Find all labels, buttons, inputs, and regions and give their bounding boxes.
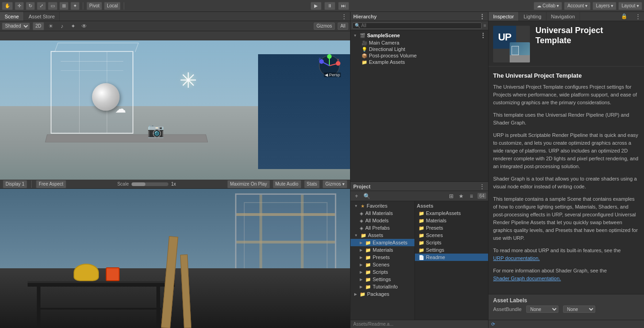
hierarchy-menu[interactable]: ⋮ [479, 13, 485, 20]
assets-presets[interactable]: ▶ 📁 Presets [351, 254, 414, 261]
right-ex-icon: 📁 [419, 211, 424, 216]
rect-tool[interactable]: ▭ [48, 2, 58, 10]
scale-slider[interactable] [132, 182, 168, 186]
right-readme-icon: 📄 [419, 255, 424, 260]
mat-arrow: ▶ [360, 248, 362, 252]
right-scenes[interactable]: 📁 Scenes [415, 232, 488, 239]
right-materials[interactable]: 📁 Materials [415, 217, 488, 224]
hierarchy-item-camera[interactable]: 🎥 Main Camera [351, 40, 488, 46]
custom-tool[interactable]: ✦ [70, 2, 80, 10]
section-title: The Universal Project Template [493, 71, 639, 80]
all-btn[interactable]: All [338, 23, 348, 30]
assets-scenes[interactable]: ▶ 📁 Scenes [351, 261, 414, 268]
project-filter-btn[interactable]: ★ [457, 192, 466, 200]
account-btn[interactable]: Account ▾ [564, 2, 591, 10]
project-size-indicator: 64 [477, 193, 486, 199]
game-viewport[interactable] [0, 189, 350, 328]
mute-btn[interactable]: Mute Audio [273, 180, 301, 188]
step-button[interactable]: ⏭ [338, 2, 349, 10]
inspector-lock-btn[interactable]: 🔒 [618, 12, 630, 21]
assets-header[interactable]: ▼ 📁 Assets [351, 232, 414, 239]
assets-tutorialinfo[interactable]: ▶ 📁 TutorialInfo [351, 283, 414, 290]
hand-tool[interactable]: ✋ [2, 2, 13, 10]
shading-dropdown[interactable]: Shaded [2, 23, 30, 30]
inspector-tab[interactable]: Inspector [489, 12, 519, 21]
right-presets-label: Presets [426, 225, 443, 231]
lighting-tab[interactable]: Lighting [519, 12, 546, 21]
fav-prefabs[interactable]: ◈ All Prefabs [351, 224, 414, 232]
asset-store-tab[interactable]: Asset Store [24, 12, 60, 21]
project-search-btn[interactable]: 🔍 [362, 192, 371, 200]
hierarchy-item-postprocess[interactable]: 📦 Post-process Volume [351, 52, 488, 59]
urp-doc-link[interactable]: URP documentation. [493, 255, 540, 261]
scene-tab[interactable]: Scene [0, 12, 24, 21]
ex-arrow: ▶ [360, 241, 362, 245]
scene-folder-icon: 📁 [365, 262, 371, 267]
lighting-toggle[interactable]: ☀ [47, 22, 55, 30]
scene-menu-btn[interactable]: ⋮ [341, 13, 347, 20]
fav-models-label: All Models [365, 218, 389, 223]
assets-settings[interactable]: ▶ 📁 Settings [351, 276, 414, 283]
asset-bundle-select2[interactable]: None [563, 305, 595, 313]
project-add-btn[interactable]: + [352, 192, 361, 200]
stats-btn[interactable]: Stats [304, 180, 320, 188]
game-gizmos-btn[interactable]: Gizmos ▾ [322, 180, 347, 188]
display-btn[interactable]: Display 1 [3, 180, 27, 188]
fav-materials[interactable]: ◈ All Materials [351, 209, 414, 217]
fav-models[interactable]: ◈ All Models [351, 217, 414, 224]
effects-toggle[interactable]: ✦ [69, 22, 77, 30]
scale-tool[interactable]: ⤢ [37, 2, 46, 10]
layers-btn[interactable]: Layers ▾ [592, 2, 616, 10]
favorites-header[interactable]: ▼ ★ Favorites [351, 202, 414, 209]
scale-value: 1x [171, 181, 176, 187]
right-settings[interactable]: 📁 Settings [415, 246, 488, 254]
collab-btn[interactable]: ☁ Collab ▾ [534, 2, 562, 10]
audio-toggle[interactable]: ♪ [58, 22, 66, 30]
scene-3d-viewport[interactable]: ✳ 📷 ☁ X Y [0, 40, 350, 180]
right-scripts[interactable]: 📁 Scripts [415, 239, 488, 246]
project-status-bar: Assets/Readme.a... [351, 320, 488, 328]
main-layout: Scene Asset Store ⋮ Shaded 2D ☀ ♪ ✦ 👁 Gi… [0, 12, 644, 328]
project-menu[interactable]: ⋮ [479, 183, 485, 190]
gizmos-btn[interactable]: Gizmos [314, 23, 335, 30]
right-panel: Inspector Lighting Navigation 🔒 ⋮ UP [489, 12, 644, 328]
packages-header[interactable]: ▶ 📁 Packages [351, 290, 414, 298]
transform-tool[interactable]: ⊞ [59, 2, 69, 10]
insp-tab-spacer [580, 12, 618, 21]
project-sort-btn[interactable]: ≡ [467, 192, 476, 200]
inspector-menu-btn[interactable]: ⋮ [632, 12, 644, 21]
right-presets[interactable]: 📁 Presets [415, 224, 488, 232]
assets-example[interactable]: ▶ 📁 ExampleAssets [351, 239, 414, 246]
pivot-btn[interactable]: Pivot [86, 2, 102, 10]
layout-btn[interactable]: Layout ▾ [618, 2, 642, 10]
shader-graph-link[interactable]: Shader Graph documentation. [493, 276, 561, 281]
local-btn[interactable]: Local [104, 2, 121, 10]
right-readme[interactable]: 📄 Readme [415, 254, 488, 261]
2d-toggle[interactable]: 2D [33, 22, 44, 30]
right-mat-icon: 📁 [419, 218, 424, 223]
play-button[interactable]: ▶ [310, 2, 322, 10]
wireframe-box [51, 51, 133, 134]
navigation-tab[interactable]: Navigation [546, 12, 580, 21]
right-readme-label: Readme [426, 254, 445, 260]
assets-materials[interactable]: ▶ 📁 Materials [351, 246, 414, 254]
scene-root-item[interactable]: ▼ 🎬 SampleScene ⋮ [351, 31, 488, 40]
scene-menu[interactable]: ⋮ [480, 32, 486, 39]
maximize-btn[interactable]: Maximize On Play [227, 180, 270, 188]
right-preset-icon: 📁 [419, 226, 424, 231]
hierarchy-item-light[interactable]: 💡 Directional Light [351, 46, 488, 52]
rotate-tool[interactable]: ↻ [26, 2, 35, 10]
scene-vis-toggle[interactable]: 👁 [80, 22, 88, 30]
axis-gizmo[interactable]: X Y Z ◀ Persp [318, 54, 341, 77]
project-view-btn[interactable]: ⊞ [447, 192, 455, 200]
inspector-status-text: ⟳ [491, 322, 495, 327]
aspect-btn[interactable]: Free Aspect [36, 180, 66, 188]
asset-bundle-select1[interactable]: None [526, 305, 558, 313]
pause-button[interactable]: ⏸ [324, 2, 335, 10]
move-tool[interactable]: ✛ [15, 2, 24, 10]
hierarchy-item-assets[interactable]: 📁 Example Assets [351, 59, 488, 65]
right-exampleassets[interactable]: 📁 ExampleAssets [415, 209, 488, 217]
hierarchy-search-input[interactable] [352, 23, 482, 29]
sep1 [83, 2, 83, 10]
assets-scripts[interactable]: ▶ 📁 Scripts [351, 268, 414, 276]
